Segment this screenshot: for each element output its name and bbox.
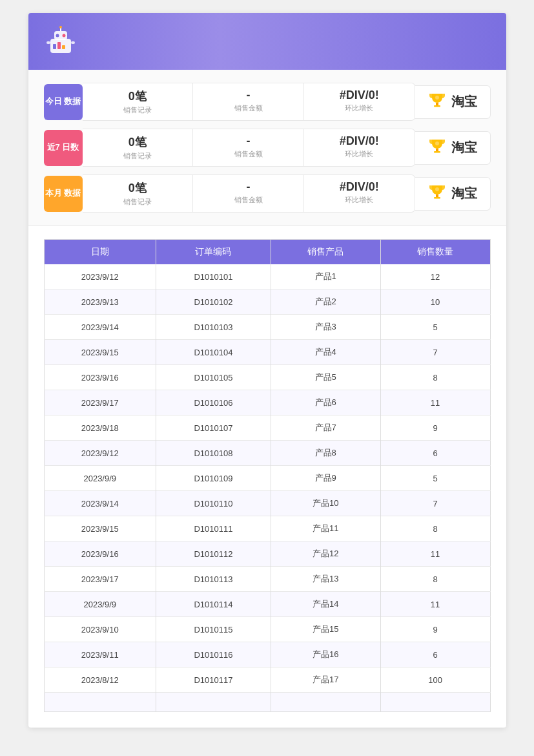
svg-rect-18 <box>434 197 440 199</box>
stat-row-0: 今日 数据0笔销售记录-销售金额#DIV/0!环比增长淘宝 <box>44 83 491 121</box>
table-cell-16-2: 产品17 <box>271 667 380 693</box>
stat-item-0-1: -销售金额 <box>193 83 304 120</box>
table-cell-14-1: D1010115 <box>156 617 271 642</box>
svg-rect-14 <box>436 149 438 151</box>
table-cell-7-2: 产品8 <box>271 441 380 466</box>
stat-sub-0-1: 销售金额 <box>203 103 293 113</box>
table-cell-9-1: D1010110 <box>156 491 271 516</box>
table-cell-12-2: 产品13 <box>271 567 380 592</box>
table-header-1: 订单编码 <box>156 240 271 265</box>
table-body: 2023/9/12D1010101产品1122023/9/13D1010102产… <box>44 264 490 712</box>
table-cell-15-3: 6 <box>380 642 490 667</box>
table-cell-6-1: D1010107 <box>156 415 271 441</box>
table-cell-0-0: 2023/9/12 <box>44 264 156 289</box>
table-section: 日期订单编码销售产品销售数量 2023/9/12D1010101产品112202… <box>28 226 506 728</box>
table-cell-8-1: D1010109 <box>156 466 271 491</box>
table-cell-0-1: D1010101 <box>156 264 271 289</box>
stat-value-2-0: 0笔 <box>93 180 183 196</box>
stat-sub-2-2: 环比增长 <box>314 195 404 205</box>
stat-sub-1-2: 环比增长 <box>314 149 404 159</box>
table-row: 2023/9/14D1010110产品107 <box>44 491 490 516</box>
table-empty-row <box>44 693 490 712</box>
table-cell-5-3: 11 <box>380 390 490 415</box>
svg-rect-6 <box>53 44 56 49</box>
table-cell-7-3: 6 <box>380 441 490 466</box>
table-cell-4-0: 2023/9/16 <box>44 365 156 390</box>
stat-row-2: 本月 数据0笔销售记录-销售金额#DIV/0!环比增长淘宝 <box>44 174 491 213</box>
table-cell-10-3: 8 <box>380 516 490 541</box>
table-cell-14-2: 产品15 <box>271 617 380 642</box>
table-cell-13-0: 2023/9/9 <box>44 592 156 617</box>
table-header-row: 日期订单编码销售产品销售数量 <box>44 240 490 265</box>
svg-rect-17 <box>436 194 438 197</box>
table-row: 2023/9/16D1010105产品58 <box>44 365 490 390</box>
svg-rect-11 <box>436 103 438 105</box>
table-cell-8-2: 产品9 <box>271 466 380 491</box>
platform-name-2: 淘宝 <box>451 185 477 202</box>
table-cell-2-0: 2023/9/14 <box>44 315 156 340</box>
svg-point-19 <box>435 187 439 191</box>
table-cell-16-0: 2023/8/12 <box>44 667 156 693</box>
stat-value-2-1: - <box>203 180 293 194</box>
stat-row-1: 近7 日数0笔销售记录-销售金额#DIV/0!环比增长淘宝 <box>44 129 491 167</box>
svg-rect-10 <box>71 41 75 44</box>
stat-label-0: 今日 数据 <box>44 84 83 120</box>
table-row: 2023/9/14D1010103产品35 <box>44 315 490 340</box>
table-cell-2-3: 5 <box>380 315 490 340</box>
platform-name-1: 淘宝 <box>451 139 477 156</box>
table-cell-6-2: 产品7 <box>271 415 380 441</box>
stat-item-0-2: #DIV/0!环比增长 <box>304 83 415 120</box>
stat-value-0-1: - <box>203 89 293 102</box>
svg-point-3 <box>62 34 65 37</box>
table-cell-11-0: 2023/9/16 <box>44 541 156 567</box>
table-cell-16-3: 100 <box>380 667 490 693</box>
table-cell-14-0: 2023/9/10 <box>44 617 156 642</box>
table-row: 2023/9/12D1010108产品86 <box>44 441 490 466</box>
table-cell-3-1: D1010104 <box>156 340 271 365</box>
table-cell-1-1: D1010102 <box>156 289 271 315</box>
stat-sub-2-0: 销售记录 <box>93 197 183 207</box>
table-cell-6-3: 9 <box>380 415 490 441</box>
table-cell-7-1: D1010108 <box>156 441 271 466</box>
table-cell-8-3: 5 <box>380 466 490 491</box>
stat-sub-1-0: 销售记录 <box>93 151 183 161</box>
stat-label-1: 近7 日数 <box>44 130 83 166</box>
stat-platform-2: 淘宝 <box>415 177 491 211</box>
table-cell-6-0: 2023/9/18 <box>44 415 156 441</box>
svg-rect-9 <box>46 41 50 44</box>
stat-platform-1: 淘宝 <box>415 131 491 165</box>
svg-rect-7 <box>57 42 61 49</box>
table-cell-15-2: 产品16 <box>271 642 380 667</box>
table-cell-3-3: 7 <box>380 340 490 365</box>
stat-item-2-0: 0笔销售记录 <box>83 175 194 212</box>
table-cell-12-3: 8 <box>380 567 490 592</box>
table-cell-15-0: 2023/9/11 <box>44 642 156 667</box>
svg-point-13 <box>435 96 439 100</box>
table-cell-8-0: 2023/9/9 <box>44 466 156 491</box>
table-row: 2023/9/13D1010102产品210 <box>44 289 490 315</box>
table-cell-1-3: 10 <box>380 289 490 315</box>
table-header-0: 日期 <box>44 240 156 265</box>
table-cell-2-1: D1010103 <box>156 315 271 340</box>
stat-sub-0-2: 环比增长 <box>314 103 404 113</box>
table-cell-11-2: 产品12 <box>271 541 380 567</box>
table-row: 2023/9/18D1010107产品79 <box>44 415 490 441</box>
stat-item-2-1: -销售金额 <box>193 175 304 212</box>
table-row: 2023/9/12D1010101产品112 <box>44 264 490 289</box>
stat-item-1-1: -销售金额 <box>193 129 304 166</box>
table-cell-0-2: 产品1 <box>271 264 380 289</box>
table-cell-5-1: D1010106 <box>156 390 271 415</box>
table-row: 2023/9/9D1010114产品1411 <box>44 592 490 617</box>
table-cell-0-3: 12 <box>380 264 490 289</box>
svg-rect-15 <box>434 151 440 153</box>
platform-name-0: 淘宝 <box>451 93 477 110</box>
table-cell-10-1: D1010111 <box>156 516 271 541</box>
trophy-icon-0 <box>428 91 446 113</box>
stat-item-1-2: #DIV/0!环比增长 <box>304 129 415 166</box>
table-row: 2023/9/17D1010113产品138 <box>44 567 490 592</box>
table-cell-9-0: 2023/9/14 <box>44 491 156 516</box>
stat-platform-0: 淘宝 <box>415 85 491 119</box>
stat-value-0-0: 0笔 <box>93 89 183 104</box>
table-cell-4-3: 8 <box>380 365 490 390</box>
stat-item-2-2: #DIV/0!环比增长 <box>304 175 415 212</box>
